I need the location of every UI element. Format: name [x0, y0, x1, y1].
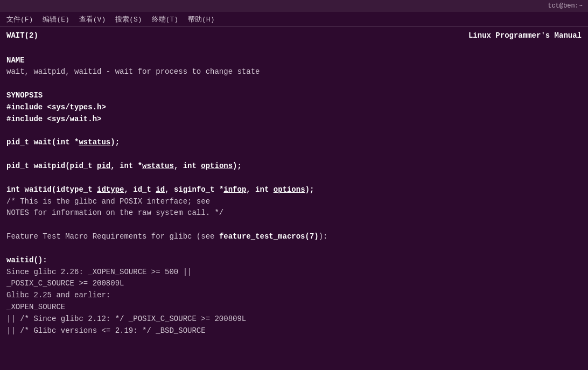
idtype-link: idtype: [97, 185, 124, 194]
terminal-content: WAIT(2) Linux Programmer's Manual NAME w…: [0, 27, 588, 340]
name-body: wait, waitpid, waitid - wait for process…: [6, 66, 582, 78]
feature-test-macros-ref: feature_test_macros(7): [219, 232, 319, 241]
empty-line-7: [6, 243, 582, 255]
empty-line-5: [6, 172, 582, 184]
infop-link: infop: [223, 185, 246, 194]
options-link-1: options: [201, 162, 233, 170]
waitid-signature: int waitid(idtype_t idtype, id_t id, sig…: [6, 184, 582, 196]
waitid-label: waitid():: [6, 255, 582, 267]
feature-test-macro-line: Feature Test Macro Requirements for glib…: [6, 231, 582, 243]
waitid-comment2: NOTES for information on the raw system …: [6, 207, 582, 219]
empty-line-4: [6, 149, 582, 160]
xopen-source-line: _XOPEN_SOURCE: [6, 302, 582, 313]
menu-search[interactable]: 搜索(S): [111, 13, 146, 26]
empty-line-3: [6, 125, 582, 137]
synopsis-section-header: SYNOPSIS: [6, 90, 582, 102]
user-host-label: tct@ben:~: [548, 2, 583, 10]
glibc-2-25-line: Glibc 2.25 and earlier:: [6, 290, 582, 302]
menu-view[interactable]: 查看(V): [75, 13, 110, 26]
wstatus-link-1: wstatus: [79, 138, 110, 146]
empty-line-2: [6, 78, 582, 90]
empty-line-1: [6, 43, 582, 55]
menu-edit[interactable]: 编辑(E): [38, 13, 73, 26]
name-section-header: NAME: [6, 55, 582, 67]
id-link: id: [156, 185, 165, 194]
menu-help[interactable]: 帮助(H): [184, 13, 219, 26]
menu-bar: 文件(F) 编辑(E) 查看(V) 搜索(S) 终端(T) 帮助(H): [0, 12, 588, 27]
title-bar: tct@ben:~: [0, 0, 588, 12]
man-page-section: WAIT(2): [6, 30, 38, 42]
posix-c-source-1-line: _POSIX_C_SOURCE >= 200809L: [6, 278, 582, 290]
include1-line: #include <sys/types.h>: [6, 102, 582, 114]
glibc-le-2-19-line: || /* Glibc versions <= 2.19: */ _BSD_SO…: [6, 325, 582, 337]
wstatus-link-2: wstatus: [142, 162, 174, 170]
include2-line: #include <sys/wait.h>: [6, 114, 582, 125]
man-page-header: WAIT(2) Linux Programmer's Manual: [6, 30, 582, 42]
options-link-2: options: [274, 185, 305, 194]
empty-line-6: [6, 219, 582, 231]
wait-signature: pid_t wait(int *wstatus);: [6, 137, 582, 149]
menu-file[interactable]: 文件(F): [2, 13, 37, 26]
man-page-title: Linux Programmer's Manual: [468, 30, 582, 42]
menu-terminal[interactable]: 终端(T): [148, 13, 183, 26]
since-2-26-line: Since glibc 2.26: _XOPEN_SOURCE >= 500 |…: [6, 267, 582, 278]
waitid-comment1: /* This is the glibc and POSIX interface…: [6, 196, 582, 208]
waitpid-signature: pid_t waitpid(pid_t pid, int *wstatus, i…: [6, 160, 582, 172]
since-2-12-line: || /* Since glibc 2.12: */ _POSIX_C_SOUR…: [6, 313, 582, 325]
pid-link: pid: [97, 162, 110, 170]
